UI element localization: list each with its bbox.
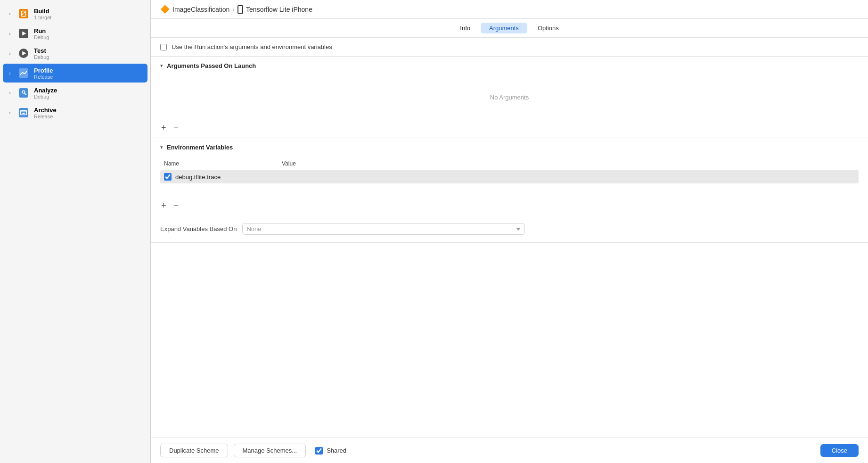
profile-subtitle: Release [34,74,53,80]
env-vars-table: Name Value debug.tflite.trace [160,158,859,198]
shared-section: Shared [315,447,346,455]
profile-item-text: Profile Release [34,67,53,80]
use-run-row: Use the Run action's arguments and envir… [151,38,868,57]
test-icon [17,47,30,60]
shared-checkbox[interactable] [315,447,323,455]
analyze-icon [17,86,30,99]
env-vars-section-header[interactable]: ▾ Environment Variables [151,138,868,157]
env-empty-row [160,183,859,198]
breadcrumb-project: ImageClassification [172,6,229,13]
chevron-right-icon: › [7,30,13,37]
env-vars-add-remove: + − [151,198,868,215]
tab-arguments[interactable]: Arguments [481,23,527,33]
env-vars-section: ▾ Environment Variables Name Value debug… [151,138,868,243]
env-var-checkbox[interactable] [164,173,172,181]
manage-schemes-button[interactable]: Manage Schemes... [234,444,306,457]
main-panel: 🔶 ImageClassification › Tensorflow Lite … [151,0,868,463]
env-table-header: Name Value [160,158,859,169]
test-subtitle: Debug [34,54,49,60]
run-title: Run [34,27,49,34]
arguments-add-remove: + − [151,120,868,138]
chevron-right-icon: › [7,109,13,116]
arguments-remove-button[interactable]: − [173,124,180,132]
sidebar-item-profile[interactable]: › Profile Release [3,64,147,83]
arguments-add-button[interactable]: + [160,124,167,132]
build-subtitle: 1 target [34,15,51,20]
col-name-header: Name [164,160,282,167]
sidebar-item-analyze[interactable]: › Analyze Debug [3,83,147,102]
svg-rect-13 [22,113,25,114]
section-chevron-icon: ▾ [160,144,163,150]
use-run-checkbox[interactable] [160,44,167,50]
archive-icon [17,106,30,119]
sidebar: › Build 1 target › Run Debug › [0,0,151,463]
expand-vars-row: Expand Variables Based On None [151,215,868,242]
env-add-button[interactable]: + [160,201,167,210]
arguments-section: ▾ Arguments Passed On Launch No Argument… [151,57,868,138]
chevron-right-icon: › [7,10,13,17]
test-item-text: Test Debug [34,47,49,60]
run-icon [17,27,30,40]
tab-options[interactable]: Options [529,23,567,33]
env-var-name: debug.tflite.trace [175,174,284,181]
expand-vars-label: Expand Variables Based On [160,225,237,232]
env-remove-button[interactable]: − [173,201,180,210]
test-title: Test [34,47,49,54]
build-icon [17,7,30,20]
tab-bar: Info Arguments Options [151,19,868,38]
scheme-name: Tensorflow Lite iPhone [246,6,312,13]
project-icon: 🔶 [160,5,170,14]
arguments-section-title: Arguments Passed On Launch [167,62,256,69]
device-icon [237,5,243,14]
arguments-section-header[interactable]: ▾ Arguments Passed On Launch [151,57,868,75]
use-run-label: Use the Run action's arguments and envir… [172,43,332,50]
col-value-header: Value [282,160,855,167]
breadcrumb-separator: › [232,6,235,13]
chevron-right-icon: › [7,90,13,96]
close-button[interactable]: Close [820,444,859,457]
shared-label: Shared [327,447,346,454]
sidebar-item-build[interactable]: › Build 1 target [3,4,147,23]
archive-subtitle: Release [34,114,57,119]
breadcrumb-scheme: Tensorflow Lite iPhone [237,5,312,14]
sidebar-item-test[interactable]: › Test Debug [3,44,147,63]
profile-icon [17,66,30,80]
content-area: Use the Run action's arguments and envir… [151,38,868,438]
footer: Duplicate Scheme Manage Schemes... Share… [151,438,868,463]
svg-rect-7 [19,88,28,98]
sidebar-item-archive[interactable]: › Archive Release [3,103,147,122]
build-item-text: Build 1 target [34,8,51,20]
run-subtitle: Debug [34,34,49,40]
archive-title: Archive [34,107,57,114]
build-title: Build [34,8,51,15]
analyze-item-text: Analyze Debug [34,87,57,99]
analyze-title: Analyze [34,87,57,94]
archive-item-text: Archive Release [34,107,57,119]
profile-title: Profile [34,67,53,74]
env-vars-section-title: Environment Variables [167,144,233,151]
analyze-subtitle: Debug [34,94,57,99]
tab-info[interactable]: Info [451,23,479,33]
no-arguments-text: No Arguments [151,75,868,120]
section-chevron-icon: ▾ [160,63,163,69]
duplicate-scheme-button[interactable]: Duplicate Scheme [160,444,228,457]
chevron-right-icon: › [7,70,13,76]
run-item-text: Run Debug [34,27,49,40]
env-var-row: debug.tflite.trace [160,170,859,183]
header: 🔶 ImageClassification › Tensorflow Lite … [151,0,868,19]
chevron-right-icon: › [7,50,13,57]
sidebar-item-run[interactable]: › Run Debug [3,24,147,43]
expand-vars-select[interactable]: None [242,223,525,235]
